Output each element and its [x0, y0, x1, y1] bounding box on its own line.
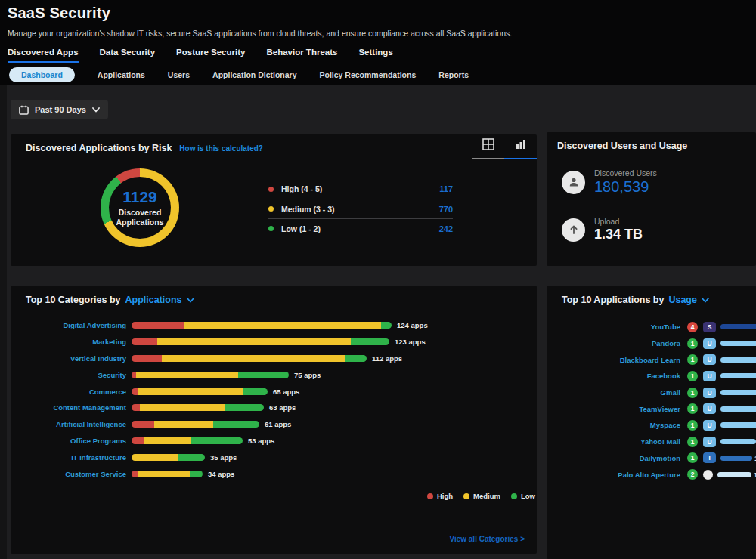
subnav-item-dashboard[interactable]: Dashboard [9, 67, 75, 82]
left-edge-strip [0, 85, 7, 559]
risk-score-badge[interactable]: 1 [687, 388, 698, 398]
category-label[interactable]: Office Programs [11, 437, 126, 445]
sanction-state-badge[interactable]: S [703, 322, 716, 332]
risk-score-badge[interactable]: 1 [687, 371, 698, 381]
risk-legend-label: Medium (3 - 3) [281, 205, 439, 214]
view-all-categories-link[interactable]: View all Categories > [449, 535, 525, 543]
application-name[interactable]: Yahoo! Mail [547, 437, 680, 446]
tab-behavior-threats[interactable]: Behavior Threats [266, 48, 337, 63]
category-stacked-bar[interactable] [132, 355, 367, 362]
page-subtitle: Manage your organization's shadow IT ris… [0, 22, 756, 38]
category-value: 34 apps [208, 470, 234, 478]
applications-metric-selector[interactable]: Usage [668, 295, 697, 305]
usage-bar[interactable] [720, 390, 756, 395]
sanction-state-badge[interactable]: U [703, 338, 716, 349]
subnav-item-application-dictionary[interactable]: Application Dictionary [212, 70, 296, 79]
discovered-users-value[interactable]: 180,539 [594, 178, 657, 196]
sanction-state-badge[interactable]: U [703, 388, 716, 398]
subnav-item-reports[interactable]: Reports [438, 70, 469, 79]
usage-bar[interactable] [720, 373, 756, 378]
risk-donut-chart[interactable]: 1129 Discovered Applications [101, 168, 179, 247]
date-range-label: Past 90 Days [35, 105, 86, 114]
risk-score-badge[interactable]: 1 [687, 420, 698, 431]
category-label[interactable]: Security [11, 371, 126, 379]
application-name[interactable]: Facebook [547, 372, 680, 380]
category-stacked-bar[interactable] [132, 454, 205, 461]
application-name[interactable]: YouTube [547, 323, 680, 331]
risk-score-badge[interactable]: 4 [687, 322, 698, 332]
risk-score-badge[interactable]: 1 [687, 452, 698, 463]
chevron-down-icon[interactable] [702, 296, 709, 304]
category-value: 61 apps [265, 420, 291, 428]
category-label[interactable]: Artificial Intelligence [11, 420, 126, 428]
how-calculated-link[interactable]: How is this calculated? [179, 144, 263, 153]
tab-data-security[interactable]: Data Security [100, 48, 156, 63]
category-label[interactable]: Content Management [11, 403, 126, 412]
category-label[interactable]: Digital Advertising [11, 321, 126, 329]
date-range-dropdown[interactable]: Past 90 Days [11, 100, 108, 119]
usage-bar[interactable] [720, 324, 756, 329]
sanction-state-badge[interactable]: T [703, 452, 716, 463]
usage-bar[interactable] [720, 422, 756, 428]
category-stacked-bar[interactable] [132, 421, 259, 428]
risk-legend-value[interactable]: 770 [439, 205, 453, 214]
category-label[interactable]: Marketing [11, 338, 126, 346]
table-view-icon[interactable] [482, 138, 494, 153]
risk-score-badge[interactable]: 1 [687, 338, 698, 349]
usage-bar[interactable] [720, 341, 756, 346]
subnav-item-policy-recommendations[interactable]: Policy Recommendations [320, 70, 417, 79]
category-stacked-bar[interactable] [132, 437, 243, 444]
category-stacked-bar[interactable] [132, 471, 203, 477]
application-name[interactable]: Dailymotion [547, 454, 680, 462]
bar-segment-low [190, 471, 203, 477]
risk-legend-value[interactable]: 242 [439, 224, 453, 233]
subnav-item-users[interactable]: Users [168, 70, 190, 79]
category-stacked-bar[interactable] [132, 388, 268, 395]
category-stacked-bar[interactable] [132, 322, 392, 329]
applications-title: Top 10 Applications by [562, 295, 664, 305]
usage-bar[interactable] [720, 456, 752, 461]
tab-discovered-apps[interactable]: Discovered Apps [8, 48, 79, 63]
usage-bar[interactable] [720, 406, 756, 412]
application-name[interactable]: Blackboard Learn [547, 356, 680, 364]
risk-legend-value[interactable]: 117 [439, 184, 453, 193]
application-name[interactable]: Pandora [547, 339, 680, 347]
sanction-state-circle-icon[interactable] [703, 470, 713, 480]
subnav-item-applications[interactable]: Applications [98, 70, 145, 79]
application-name[interactable]: Myspace [547, 421, 680, 429]
application-name[interactable]: Palo Alto Aperture [547, 471, 680, 479]
sanction-state-badge[interactable]: U [703, 371, 716, 381]
sanction-state-badge[interactable]: U [703, 354, 716, 365]
category-stacked-bar[interactable] [132, 338, 389, 345]
risk-score-badge[interactable]: 1 [687, 354, 698, 365]
category-label[interactable]: IT Infrastructure [11, 453, 126, 462]
risk-score-badge[interactable]: 1 [687, 437, 698, 447]
sanction-state-badge[interactable]: U [703, 437, 716, 447]
category-stacked-bar[interactable] [132, 372, 289, 378]
categories-metric-selector[interactable]: Applications [125, 295, 182, 305]
category-label[interactable]: Commerce [11, 388, 126, 396]
category-stacked-bar[interactable] [132, 404, 264, 411]
category-label[interactable]: Customer Service [11, 470, 126, 478]
usage-bar[interactable] [717, 472, 751, 477]
tab-posture-security[interactable]: Posture Security [176, 48, 245, 63]
usage-bar[interactable] [720, 357, 756, 363]
risk-legend-label: High (4 - 5) [281, 184, 439, 193]
category-label[interactable]: Vertical Industry [11, 354, 126, 363]
application-name[interactable]: Gmail [547, 388, 680, 397]
sanction-state-badge[interactable]: U [703, 403, 716, 414]
risk-legend: High (4 - 5)117Medium (3 - 3)770Low (1 -… [268, 179, 453, 238]
application-row: Dailymotion1T1 [547, 450, 756, 467]
risk-score-badge[interactable]: 1 [687, 403, 698, 414]
application-name[interactable]: TeamViewer [547, 405, 680, 413]
bar-segment-high [132, 404, 140, 411]
bar-segment-high [132, 437, 144, 444]
tab-settings[interactable]: Settings [358, 48, 392, 63]
risk-score-badge[interactable]: 2 [687, 469, 698, 480]
usage-bar[interactable] [720, 439, 756, 444]
application-row: Blackboard Learn1U [547, 351, 756, 368]
chevron-down-icon[interactable] [187, 296, 194, 304]
chart-view-icon[interactable] [515, 138, 527, 153]
upload-arrow-icon [562, 218, 585, 242]
sanction-state-badge[interactable]: U [703, 420, 716, 431]
